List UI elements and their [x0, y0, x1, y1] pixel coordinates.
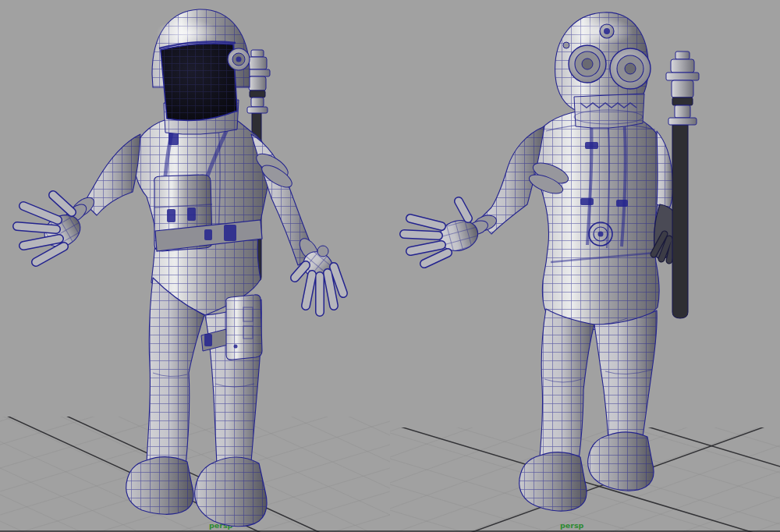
belt-buckle — [224, 225, 236, 241]
right-arm-front — [251, 134, 343, 312]
viewport-montage: persp — [0, 0, 780, 532]
viewport-left[interactable]: persp — [0, 9, 421, 532]
helmet-port-right — [610, 48, 651, 89]
helmet-port-left — [569, 45, 606, 83]
helmet-front — [152, 9, 250, 134]
helmet-earpiece — [228, 48, 250, 70]
glove-left-back — [404, 201, 481, 264]
astronaut-front-figure — [17, 9, 343, 527]
helmet-bolt — [563, 42, 569, 48]
camera-label-right: persp — [560, 521, 584, 530]
scene-svg: persp — [0, 0, 780, 532]
boots-back — [519, 432, 654, 511]
viewport-right[interactable]: persp — [374, 12, 780, 532]
glove-knob — [317, 246, 328, 257]
torso-suit-back — [532, 109, 665, 329]
helmet-back — [555, 12, 651, 128]
left-arm-front — [17, 134, 140, 262]
boots-front — [126, 457, 267, 527]
